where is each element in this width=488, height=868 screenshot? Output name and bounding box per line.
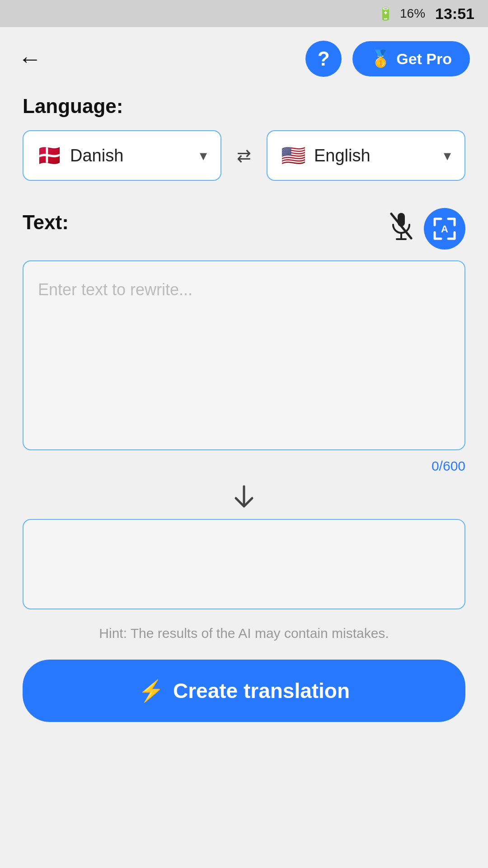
swap-icon: ⇄ — [237, 146, 251, 165]
status-time: 13:51 — [435, 5, 474, 23]
language-section: Language: 🇩🇰 Danish ▾ ⇄ 🇺🇸 English — [23, 95, 465, 181]
text-section: Text: — [23, 208, 465, 722]
source-lang-chevron: ▾ — [200, 147, 207, 164]
hint-text: Hint: The results of the AI may contain … — [23, 623, 465, 643]
header: ← ? 🥇 Get Pro — [0, 27, 488, 86]
target-lang-flag: 🇺🇸 — [281, 144, 306, 167]
source-lang-inner: 🇩🇰 Danish — [37, 144, 123, 167]
status-icons: 🔋 16% 13:51 — [378, 5, 474, 23]
down-arrow — [23, 483, 465, 510]
source-lang-flag: 🇩🇰 — [37, 144, 62, 167]
output-area — [23, 519, 465, 609]
help-label: ? — [318, 47, 330, 70]
back-button[interactable]: ← — [18, 47, 46, 71]
text-input[interactable] — [23, 260, 465, 450]
swap-languages-button[interactable]: ⇄ — [232, 141, 256, 170]
language-row: 🇩🇰 Danish ▾ ⇄ 🇺🇸 English ▾ — [23, 130, 465, 181]
target-lang-inner: 🇺🇸 English — [281, 144, 371, 167]
ai-scan-button[interactable]: A — [424, 208, 465, 250]
help-button[interactable]: ? — [305, 41, 342, 77]
target-lang-chevron: ▾ — [444, 147, 451, 164]
lightning-icon: ⚡ — [138, 679, 164, 703]
status-bar: 🔋 16% 13:51 — [0, 0, 488, 27]
char-count: 0/600 — [23, 458, 465, 474]
battery-percent: 16% — [400, 6, 425, 21]
source-lang-name: Danish — [70, 146, 123, 165]
header-right: ? 🥇 Get Pro — [305, 41, 470, 77]
get-pro-button[interactable]: 🥇 Get Pro — [352, 41, 470, 76]
svg-text:A: A — [441, 223, 448, 235]
battery-icon: 🔋 — [378, 6, 394, 21]
text-section-header: Text: — [23, 208, 465, 250]
mic-off-icon — [389, 212, 413, 245]
get-pro-label: Get Pro — [396, 50, 452, 68]
text-icons: A — [389, 208, 465, 250]
language-label: Language: — [23, 95, 465, 118]
source-language-select[interactable]: 🇩🇰 Danish ▾ — [23, 130, 221, 181]
main-content: Language: 🇩🇰 Danish ▾ ⇄ 🇺🇸 English — [0, 86, 488, 740]
get-pro-emoji: 🥇 — [371, 49, 391, 68]
text-label: Text: — [23, 211, 69, 234]
create-btn-label: Create translation — [173, 679, 350, 703]
create-translation-button[interactable]: ⚡ Create translation — [23, 660, 465, 722]
target-language-select[interactable]: 🇺🇸 English ▾ — [267, 130, 465, 181]
target-lang-name: English — [314, 146, 371, 165]
